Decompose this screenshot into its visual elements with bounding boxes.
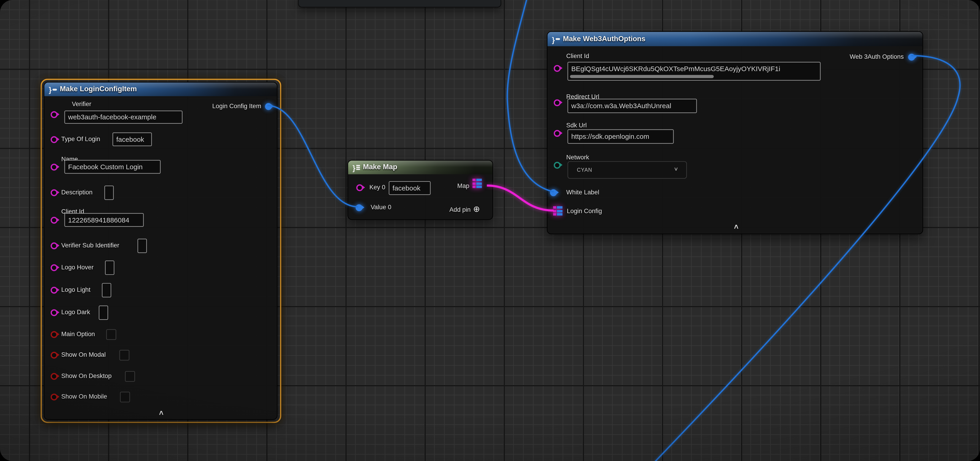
show-on-modal-pin[interactable] [50,351,57,358]
client-id-label: Client Id [566,52,589,60]
main-option-checkbox[interactable] [106,329,116,340]
redirect-url-input[interactable]: w3a://com.w3a.Web3AuthUnreal [568,99,697,113]
client-id-scrollbar[interactable] [570,75,714,78]
type-of-login-input[interactable]: facebook [113,132,152,146]
logo-light-pin[interactable] [50,286,57,293]
web3auth-options-output-pin[interactable] [908,54,915,60]
node-make-web3auth-options[interactable]: Make Web3AuthOptions Client Id BEglQSgt4… [547,31,923,234]
verifier-pin[interactable] [50,111,57,118]
verifier-sub-identifier-label: Verifier Sub Identifier [61,242,119,249]
value-0-label: Value 0 [371,204,391,211]
key-0-input[interactable]: facebook [389,181,431,195]
show-on-mobile-label: Show On Mobile [61,393,107,401]
show-on-modal-label: Show On Modal [61,351,106,359]
make-map-icon [353,164,360,171]
type-of-login-label: Type Of Login [61,136,100,143]
description-pin[interactable] [50,189,57,196]
map-output-label: Map [442,183,469,190]
logo-hover-label: Logo Hover [61,264,94,271]
node-make-login-config-item[interactable]: Make LoginConfigItem Verifier web3auth-f… [44,82,277,420]
show-on-desktop-label: Show On Desktop [61,372,111,380]
show-on-mobile-checkbox[interactable] [120,392,130,402]
key-0-label: Key 0 [369,184,385,191]
show-on-modal-checkbox[interactable] [119,350,129,360]
node-make-map[interactable]: Make Map Key 0 facebook Map Value 0 Add … [347,160,493,220]
type-of-login-pin[interactable] [50,136,57,143]
verifier-sub-identifier-input[interactable] [137,239,147,253]
login-config-pin[interactable] [553,206,563,216]
client-id-pin[interactable] [50,216,57,223]
make-struct-icon [552,35,560,43]
node-header[interactable]: Make Web3AuthOptions [547,32,922,46]
network-dropdown[interactable]: CYAN ˅ [568,161,687,179]
output-label: Login Config Item [186,102,261,110]
main-option-label: Main Option [61,331,95,338]
sdk-url-label: Sdk Url [566,122,587,129]
add-pin-icon[interactable]: ⊕ [473,205,480,213]
logo-dark-pin[interactable] [50,309,57,316]
verifier-sub-identifier-pin[interactable] [50,242,57,249]
collapse-node-button[interactable]: ˄ [156,410,166,416]
logo-dark-input[interactable] [99,305,108,320]
collapse-node-button[interactable]: ˄ [731,224,741,230]
offscreen-node-fragment[interactable] [298,0,501,8]
network-dropdown-value: CYAN [577,167,592,173]
wire-login-config-item-to-value0[interactable] [267,106,358,207]
client-id-pin[interactable] [554,65,560,72]
node-header[interactable]: Make Map [348,161,493,174]
description-input[interactable] [104,186,114,200]
logo-light-label: Logo Light [61,286,91,294]
node-header[interactable]: Make LoginConfigItem [45,83,277,96]
node-title: Make Map [363,164,397,171]
map-output-pin[interactable] [473,179,482,188]
logo-dark-label: Logo Dark [61,309,90,316]
main-option-pin[interactable] [50,331,57,338]
wire-map-to-login-config[interactable] [487,186,554,210]
output-label: Web 3Auth Options [816,53,904,60]
description-label: Description [61,189,93,196]
network-label: Network [566,154,589,161]
redirect-url-pin[interactable] [554,99,560,106]
logo-hover-pin[interactable] [50,264,57,271]
show-on-desktop-pin[interactable] [50,373,57,380]
key-0-pin[interactable] [356,184,363,191]
verifier-label: Verifier [72,101,91,108]
client-id-input[interactable]: 1222658941886084 [64,213,144,227]
make-struct-icon [49,86,57,93]
sdk-url-pin[interactable] [554,130,560,137]
add-pin-label[interactable]: Add pin [436,206,471,214]
node-title: Make Web3AuthOptions [563,35,646,43]
value-0-pin[interactable] [355,204,362,211]
chevron-down-icon: ˅ [674,165,678,172]
blueprint-editor: Make LoginConfigItem Verifier web3auth-f… [0,0,980,461]
graph-canvas[interactable]: Make LoginConfigItem Verifier web3auth-f… [0,0,980,461]
name-input[interactable]: Facebook Custom Login [64,160,161,173]
show-on-desktop-checkbox[interactable] [125,371,135,382]
login-config-item-output-pin[interactable] [265,103,272,110]
node-title: Make LoginConfigItem [60,86,137,93]
show-on-mobile-pin[interactable] [50,393,57,400]
white-label-label: White Label [566,189,599,196]
logo-hover-input[interactable] [105,261,115,275]
sdk-url-input[interactable]: https://sdk.openlogin.com [568,129,674,144]
login-config-label: Login Config [567,207,602,215]
network-pin[interactable] [554,161,560,168]
verifier-input[interactable]: web3auth-facebook-example [64,111,182,124]
logo-light-input[interactable] [102,283,111,297]
name-pin[interactable] [50,163,57,170]
white-label-pin[interactable] [550,189,557,196]
